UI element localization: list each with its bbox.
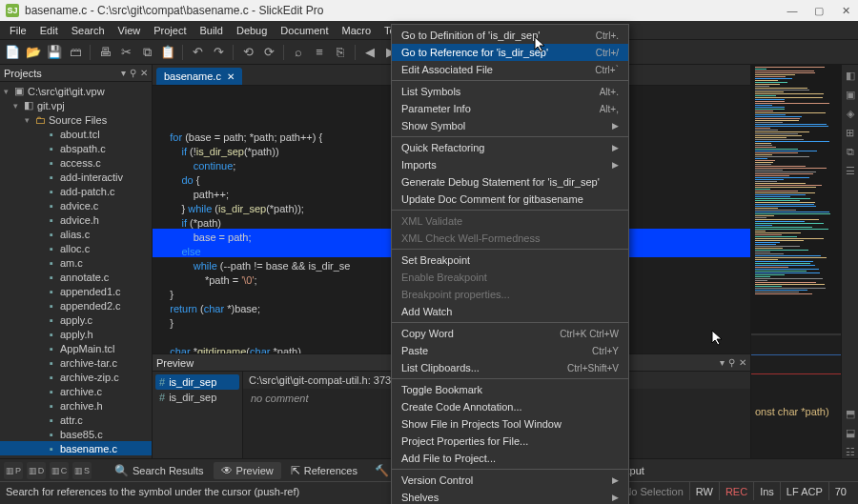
- bottom-tab-search-results[interactable]: 🔍Search Results: [107, 462, 212, 479]
- tree-file-appended2-c[interactable]: ▪appended2.c: [0, 298, 152, 312]
- ctx-update-doc-comment-for-gitbase[interactable]: Update Doc Comment for gitbasename: [392, 191, 628, 208]
- bottom-tab-preview[interactable]: 👁Preview: [214, 462, 281, 479]
- tree-file-apply-c[interactable]: ▪apply.c: [0, 312, 152, 327]
- paste-icon[interactable]: 📋: [159, 44, 176, 61]
- copy-icon[interactable]: ⧉: [138, 44, 155, 61]
- selectcode-icon[interactable]: ⎘: [332, 44, 349, 61]
- bottom-tab-references[interactable]: ⇱References: [283, 462, 365, 479]
- forward-icon[interactable]: ⟳: [260, 44, 277, 61]
- nav-left-icon[interactable]: ◀: [361, 44, 378, 61]
- tree-file-bisect--helper[interactable]: ▪bisect--helper: [0, 455, 152, 458]
- ctx-quick-refactoring[interactable]: Quick Refactoring▶: [392, 139, 628, 156]
- gutter-btn-2[interactable]: ▣: [844, 88, 857, 101]
- close-button[interactable]: ✕: [839, 4, 852, 17]
- ctx-shelves[interactable]: Shelves▶: [392, 489, 628, 504]
- references-preview[interactable]: onst char *path): [751, 334, 841, 458]
- ctx-go-to-reference-for-is-dir-sep[interactable]: Go to Reference for 'is_dir_sep'Ctrl+/: [392, 44, 628, 61]
- open-icon[interactable]: 📂: [25, 44, 42, 61]
- panel-close-icon[interactable]: ✕: [140, 68, 148, 78]
- ctx-project-properties-for-file-[interactable]: Project Properties for File...: [392, 433, 628, 450]
- menu-search[interactable]: Search: [66, 23, 111, 38]
- save-all-icon[interactable]: 🗃: [67, 44, 84, 61]
- tree-file-archive-c[interactable]: ▪archive.c: [0, 384, 152, 398]
- ctx-paste[interactable]: PasteCtrl+Y: [392, 342, 628, 359]
- menu-document[interactable]: Document: [275, 23, 334, 38]
- tree-file-annotate-c[interactable]: ▪annotate.c: [0, 270, 152, 284]
- gutter-btn-9[interactable]: ☷: [844, 445, 857, 458]
- tree-file-appended1-c[interactable]: ▪appended1.c: [0, 284, 152, 298]
- preview-item[interactable]: #is_dir_sep: [155, 374, 239, 390]
- tree-file-add-patch-c[interactable]: ▪add-patch.c: [0, 184, 152, 198]
- preview-menu-icon[interactable]: ▾: [720, 357, 725, 368]
- new-icon[interactable]: 📄: [4, 44, 21, 61]
- menu-build[interactable]: Build: [194, 23, 228, 38]
- tree-workspace[interactable]: ▾▣C:\src\git\git.vpw: [0, 84, 152, 98]
- gutter-btn-1[interactable]: ◧: [844, 69, 857, 82]
- preview-pin-icon[interactable]: ⚲: [728, 357, 735, 368]
- tree-file-apply-h[interactable]: ▪apply.h: [0, 327, 152, 341]
- project-tab-d[interactable]: ▥D: [27, 462, 46, 479]
- menu-debug[interactable]: Debug: [231, 23, 273, 38]
- tree-folder-source[interactable]: ▾🗀Source Files: [0, 112, 152, 127]
- minimize-button[interactable]: —: [786, 4, 799, 17]
- ctx-edit-associated-file[interactable]: Edit Associated FileCtrl+`: [392, 61, 628, 78]
- cut-icon[interactable]: ✂: [117, 44, 134, 61]
- ctx-create-code-annotation-[interactable]: Create Code Annotation...: [392, 398, 628, 415]
- gutter-btn-3[interactable]: ◈: [844, 107, 857, 120]
- tree-file-am-c[interactable]: ▪am.c: [0, 255, 152, 270]
- context-menu[interactable]: Go to Definition of 'is_dir_sep'Ctrl+.Go…: [391, 24, 629, 504]
- ctx-toggle-bookmark[interactable]: Toggle Bookmark: [392, 381, 628, 398]
- tree-file-attr-c[interactable]: ▪attr.c: [0, 413, 152, 427]
- tree-file-advice-h[interactable]: ▪advice.h: [0, 212, 152, 227]
- tab-basename[interactable]: basename.c ✕: [156, 68, 242, 85]
- tree-file-base85-c[interactable]: ▪base85.c: [0, 427, 152, 441]
- tree-file-alias-c[interactable]: ▪alias.c: [0, 227, 152, 241]
- tree-file-advice-c[interactable]: ▪advice.c: [0, 198, 152, 212]
- project-tab-p[interactable]: ▥P: [4, 462, 23, 479]
- tab-close-icon[interactable]: ✕: [227, 71, 235, 82]
- ctx-go-to-definition-of-is-dir-sep[interactable]: Go to Definition of 'is_dir_sep'Ctrl+.: [392, 27, 628, 44]
- tree-file-archive-zip-c[interactable]: ▪archive-zip.c: [0, 370, 152, 384]
- ctx-add-file-to-project-[interactable]: Add File to Project...: [392, 450, 628, 467]
- gutter-btn-7[interactable]: ⬒: [844, 407, 857, 420]
- menu-edit[interactable]: Edit: [34, 23, 64, 38]
- save-icon[interactable]: 💾: [46, 44, 63, 61]
- tree-file-access-c[interactable]: ▪access.c: [0, 155, 152, 170]
- gutter-btn-4[interactable]: ⊞: [844, 126, 857, 139]
- maximize-button[interactable]: ▢: [812, 4, 826, 17]
- project-tab-s[interactable]: ▥S: [72, 462, 92, 479]
- tree-file-basename-c[interactable]: ▪basename.c: [0, 441, 152, 455]
- tree-file-alloc-c[interactable]: ▪alloc.c: [0, 241, 152, 255]
- redo-icon[interactable]: ↷: [210, 44, 227, 61]
- gutter-btn-8[interactable]: ⬓: [844, 426, 857, 439]
- find-icon[interactable]: ⌕: [290, 44, 307, 61]
- ctx-parameter-info[interactable]: Parameter InfoAlt+,: [392, 100, 628, 117]
- undo-icon[interactable]: ↶: [189, 44, 206, 61]
- print-icon[interactable]: 🖶: [96, 44, 113, 61]
- ctx-set-breakpoint[interactable]: Set Breakpoint: [392, 252, 628, 269]
- ctx-show-file-in-projects-tool-win[interactable]: Show File in Projects Tool Window: [392, 415, 628, 433]
- back-icon[interactable]: ⟲: [239, 44, 256, 61]
- ctx-add-watch[interactable]: Add Watch: [392, 303, 628, 320]
- tree-file-archive-h[interactable]: ▪archive.h: [0, 398, 152, 413]
- tree-file-AppMain-tcl[interactable]: ▪AppMain.tcl: [0, 341, 152, 355]
- gutter-btn-5[interactable]: ⧉: [844, 145, 857, 158]
- ctx-list-clipboards-[interactable]: List Clipboards...Ctrl+Shift+V: [392, 359, 628, 376]
- project-tree[interactable]: ▾▣C:\src\git\git.vpw▾◧git.vpj▾🗀Source Fi…: [0, 82, 152, 458]
- ctx-generate-debug-statement-for-i[interactable]: Generate Debug Statement for 'is_dir_sep…: [392, 173, 628, 191]
- panel-menu-icon[interactable]: ▾: [121, 68, 126, 78]
- ctx-show-symbol[interactable]: Show Symbol▶: [392, 117, 628, 134]
- panel-pin-icon[interactable]: ⚲: [130, 68, 136, 78]
- preview-item[interactable]: #is_dir_sep: [155, 390, 239, 405]
- gutter-btn-6[interactable]: ☰: [844, 164, 857, 177]
- beautify-icon[interactable]: ≡: [311, 44, 328, 61]
- preview-close-icon[interactable]: ✕: [739, 357, 746, 368]
- ctx-copy-word[interactable]: Copy WordCtrl+K Ctrl+W: [392, 325, 628, 342]
- menu-macro[interactable]: Macro: [337, 23, 378, 38]
- ctx-version-control[interactable]: Version Control▶: [392, 472, 628, 489]
- tree-file-abspath-c[interactable]: ▪abspath.c: [0, 141, 152, 155]
- project-tab-c[interactable]: ▥C: [50, 462, 69, 479]
- tree-file-about-tcl[interactable]: ▪about.tcl: [0, 127, 152, 141]
- menu-view[interactable]: View: [112, 23, 147, 38]
- minimap[interactable]: [751, 65, 841, 334]
